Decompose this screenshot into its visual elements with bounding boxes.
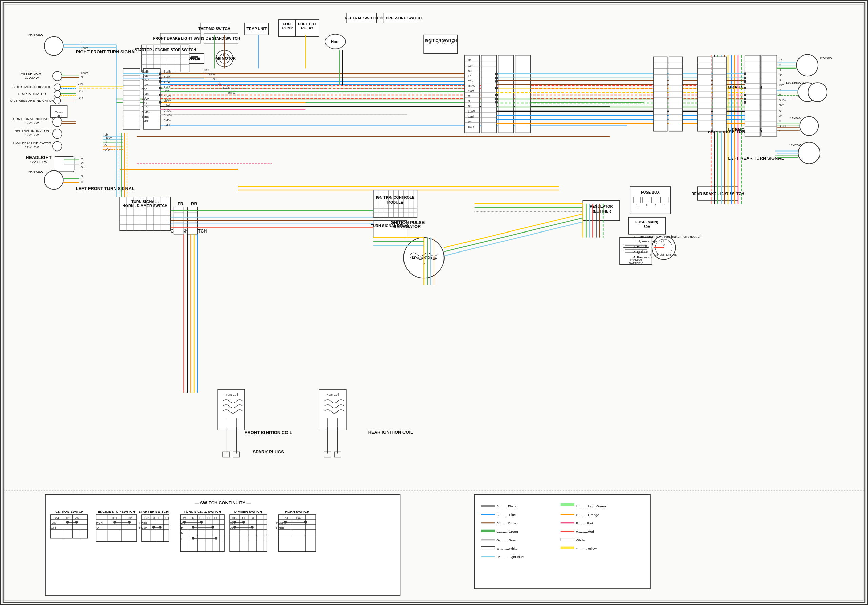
svg-point-639: [159, 80, 162, 83]
svg-text:ST: ST: [152, 516, 156, 520]
svg-text:Bl: Bl: [779, 88, 781, 92]
svg-text:G/Y: G/Y: [142, 88, 147, 91]
svg-text:Bl/Br: Bl/Br: [142, 119, 148, 123]
svg-text:RELAY: RELAY: [301, 26, 314, 30]
svg-text:O: O: [81, 180, 84, 184]
svg-rect-489: [561, 503, 574, 506]
svg-text:G: G: [81, 76, 84, 79]
svg-text:12V8W: 12V8W: [790, 116, 801, 120]
svg-point-637: [159, 72, 162, 75]
svg-text:Bu/W: Bu/W: [468, 84, 475, 88]
svg-point-644: [495, 77, 498, 79]
svg-rect-481: [482, 530, 495, 532]
svg-text:Br: Br: [779, 109, 782, 113]
svg-text:PR: PR: [207, 516, 212, 520]
svg-text:FR: FR: [178, 201, 184, 206]
svg-text:12V23/8W: 12V23/8W: [28, 33, 43, 37]
svg-text:Bu/W: Bu/W: [228, 91, 235, 94]
svg-text:HORN - DIMMER SWITCH: HORN - DIMMER SWITCH: [123, 204, 168, 208]
svg-text:30A: 30A: [643, 225, 650, 229]
svg-text:G: G: [81, 156, 84, 159]
svg-text:O/W: O/W: [468, 90, 474, 93]
svg-text:RECTIFIER: RECTIFIER: [591, 209, 611, 213]
svg-text:PL: PL: [214, 516, 218, 520]
svg-text:R: R: [181, 526, 183, 529]
svg-text:FUEL: FUEL: [283, 22, 293, 26]
svg-text:RUN: RUN: [96, 521, 103, 525]
svg-text:12V18/5W x2: 12V18/5W x2: [786, 80, 806, 84]
svg-text:Br: Br: [779, 73, 782, 77]
svg-text:THERMO SWITCH: THERMO SWITCH: [198, 27, 230, 31]
svg-text:Lb/W: Lb/W: [142, 97, 149, 100]
svg-point-652: [744, 80, 746, 83]
svg-text:W: W: [183, 516, 186, 520]
svg-text:Bl/Bu: Bl/Bu: [142, 115, 149, 118]
svg-text:G/Bu: G/Bu: [78, 90, 84, 93]
svg-rect-183: [498, 55, 513, 133]
svg-text:G: G: [81, 175, 84, 178]
svg-text:W: W: [779, 114, 782, 118]
svg-rect-578: [698, 57, 711, 131]
svg-text:ENGINE STOP SWITCH: ENGINE STOP SWITCH: [98, 510, 135, 514]
svg-text:Lo: Lo: [229, 526, 233, 529]
svg-text:STARTING MOTOR: STARTING MOTOR: [650, 253, 678, 257]
svg-text:Lb: Lb: [218, 82, 221, 85]
svg-text:OFF: OFF: [96, 526, 102, 529]
svg-text:Bu/Bl: Bu/Bl: [164, 94, 171, 98]
svg-text:12V23/8W: 12V23/8W: [28, 170, 43, 174]
svg-text:IG: IG: [66, 516, 69, 520]
svg-text:SIDE STAND SWITCH: SIDE STAND SWITCH: [202, 36, 240, 40]
svg-point-656: [744, 101, 746, 104]
svg-rect-579: [713, 57, 726, 131]
svg-text:L: L: [181, 537, 183, 541]
svg-text:3: 3: [654, 204, 656, 207]
svg-point-648: [495, 97, 498, 100]
svg-text:Y..........Yellow: Y..........Yellow: [576, 547, 597, 551]
svg-point-655: [744, 97, 746, 100]
svg-point-650: [744, 72, 746, 75]
svg-text:Lo: Lo: [251, 516, 254, 520]
svg-text:Rear Coil: Rear Coil: [326, 393, 339, 396]
svg-text:G/Bl: G/Bl: [142, 101, 147, 105]
svg-text:Bu: Bu: [468, 69, 472, 73]
svg-text:FAN: FAN: [74, 516, 79, 520]
svg-point-640: [159, 87, 162, 90]
svg-text:W..........White: W..........White: [496, 547, 518, 551]
svg-text:Hi: Hi: [230, 521, 232, 525]
svg-text:Br: Br: [468, 58, 471, 62]
svg-point-638: [159, 77, 162, 79]
svg-text:Bl/Br: Bl/Br: [164, 123, 170, 127]
svg-text:Front Coil: Front Coil: [225, 393, 238, 396]
svg-rect-184: [515, 55, 530, 133]
svg-text:Bl: Bl: [468, 105, 471, 108]
svg-text:M: M: [662, 244, 665, 247]
svg-text:Lb.........Light Blue: Lb.........Light Blue: [496, 555, 524, 559]
svg-text:HL1: HL1: [163, 516, 169, 520]
svg-text:SIDE STAND INDICATOR: SIDE STAND INDICATOR: [12, 85, 51, 89]
svg-text:Bu/Br: Bu/Br: [142, 70, 149, 73]
svg-text:Br/W: Br/W: [142, 79, 149, 82]
svg-text:G/Bl: G/Bl: [164, 104, 169, 107]
svg-text:2. Headlight: 2. Headlight: [633, 245, 651, 248]
svg-text:W: W: [468, 120, 471, 123]
svg-text:RIGHT FRONT TURN SIGNAL: RIGHT FRONT TURN SIGNAL: [76, 49, 137, 54]
svg-text:TEMP UNIT: TEMP UNIT: [246, 27, 267, 31]
wiring-diagram: 12V23/8W RIGHT FRONT TURN SIGNAL Lb Lb/W…: [0, 0, 868, 605]
svg-text:12V1.7W: 12V1.7W: [25, 121, 39, 125]
svg-text:STARTER - ENGINE STOP SWITCH: STARTER - ENGINE STOP SWITCH: [135, 48, 196, 52]
svg-text:12V1.7W: 12V1.7W: [25, 145, 39, 149]
svg-text:DIMMER SWITCH: DIMMER SWITCH: [234, 510, 262, 514]
svg-point-225: [808, 83, 827, 102]
svg-text:G/Y: G/Y: [779, 104, 784, 107]
svg-text:O/W: O/W: [104, 148, 110, 152]
svg-text:G/R: G/R: [78, 96, 83, 100]
svg-text:STARTER SWITCH: STARTER SWITCH: [139, 510, 169, 514]
svg-text:FUEL CUT: FUEL CUT: [298, 22, 316, 26]
svg-text:Lb: Lb: [81, 41, 84, 44]
svg-text:Bu: Bu: [779, 78, 783, 82]
svg-point-646: [495, 87, 498, 90]
svg-text:Y/Bl: Y/Bl: [468, 79, 473, 83]
svg-text:W: W: [451, 41, 454, 45]
svg-point-642: [159, 101, 162, 104]
svg-text:BATTERY: BATTERY: [629, 261, 643, 265]
